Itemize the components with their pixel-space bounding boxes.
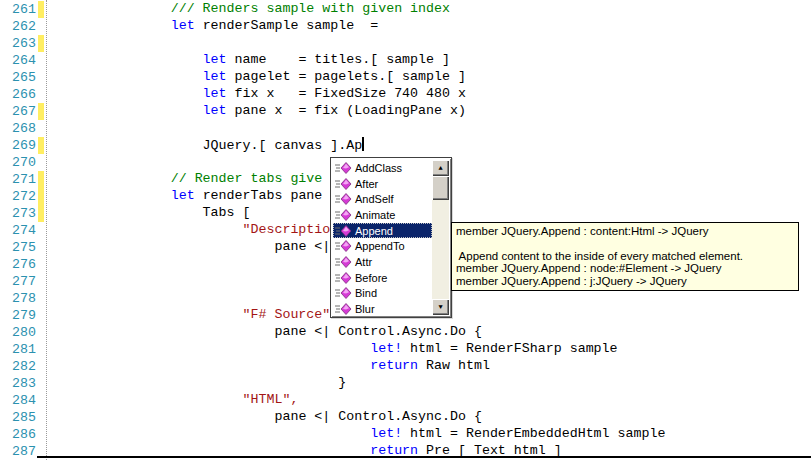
- line-number: 265: [0, 70, 36, 85]
- gutter-row: 286: [0, 426, 46, 443]
- tooltip-line: [456, 237, 794, 249]
- method-gem-icon: [335, 240, 352, 252]
- code-line[interactable]: let! html = RenderFSharp sample: [51, 340, 618, 358]
- item-label: AddClass: [355, 162, 402, 174]
- line-number: 269: [0, 138, 36, 153]
- line-number: 284: [0, 393, 36, 408]
- code-line[interactable]: Tabs [: [51, 204, 251, 222]
- code-line[interactable]: JQuery.[ canvas ].Ap: [51, 136, 364, 154]
- line-number: 271: [0, 172, 36, 187]
- line-number: 262: [0, 19, 36, 34]
- code-editor: 2612622632642652662672682692702712722732…: [0, 0, 811, 460]
- gutter-row: 269: [0, 137, 46, 154]
- code-token: let: [203, 86, 227, 101]
- code-line[interactable]: pane <| Control.Async.Do {: [51, 408, 482, 426]
- line-number: 273: [0, 206, 36, 221]
- line-number: 266: [0, 87, 36, 102]
- method-gem-icon: [335, 178, 352, 190]
- item-label: Attr: [355, 256, 372, 268]
- gutter-row: 282: [0, 358, 46, 375]
- change-tracking-bar: [38, 171, 44, 188]
- code-line[interactable]: // Render tabs give: [51, 170, 322, 188]
- line-number: 283: [0, 376, 36, 391]
- code-token: let: [171, 18, 195, 33]
- code-token: name = titles.[ sample ]: [227, 52, 450, 67]
- code-line[interactable]: let renderTabs pane: [51, 187, 322, 205]
- code-token: /// Renders sample with given index: [171, 1, 450, 16]
- item-label: Blur: [355, 303, 375, 315]
- gutter-row: 265: [0, 69, 46, 86]
- code-line[interactable]: return Raw html: [51, 357, 490, 375]
- code-token: pane <| Control.Async.Do {: [274, 324, 481, 339]
- gutter-row: 274: [0, 222, 46, 239]
- code-line[interactable]: "F# Source": [51, 306, 330, 324]
- line-number: 280: [0, 325, 36, 340]
- change-tracking-bar: [38, 137, 44, 154]
- code-token: let!: [370, 426, 402, 441]
- tooltip-line: member JQuery.Append : content:Html -> J…: [456, 225, 794, 237]
- code-line[interactable]: "Descriptio: [51, 221, 330, 239]
- item-label: Before: [355, 272, 387, 284]
- code-line[interactable]: let! html = RenderEmbeddedHtml sample: [51, 425, 665, 443]
- method-gem-icon: [335, 225, 352, 237]
- code-token: fix x = FixedSize 740 480 x: [227, 86, 466, 101]
- intellisense-item-before[interactable]: Before: [333, 270, 432, 286]
- scroll-up-button[interactable]: ▲: [432, 160, 449, 176]
- intellisense-item-animate[interactable]: Animate: [333, 207, 432, 223]
- code-token: let: [171, 188, 195, 203]
- scroll-down-button[interactable]: ▼: [432, 299, 449, 315]
- code-line[interactable]: let name = titles.[ sample ]: [51, 51, 450, 69]
- code-token: renderSample sample =: [195, 18, 379, 33]
- code-line[interactable]: let renderSample sample =: [51, 17, 378, 35]
- tooltip-line: member JQuery.Append : node:#Element -> …: [456, 262, 794, 274]
- gutter-row: 264: [0, 52, 46, 69]
- window-border: [37, 456, 811, 458]
- code-token: "HTML",: [243, 392, 299, 407]
- line-number: 274: [0, 223, 36, 238]
- intellisense-item-andself[interactable]: AndSelf: [333, 191, 432, 207]
- code-line[interactable]: let pane x = fix (LoadingPane x): [51, 102, 466, 120]
- intellisense-item-addclass[interactable]: AddClass: [333, 160, 432, 176]
- method-gem-icon: [335, 256, 352, 268]
- code-token: html = RenderEmbeddedHtml sample: [402, 426, 665, 441]
- change-tracking-bar: [38, 1, 44, 18]
- intellisense-item-attr[interactable]: Attr: [333, 254, 432, 270]
- intellisense-item-append[interactable]: Append: [333, 223, 432, 239]
- intellisense-tooltip: member JQuery.Append : content:Html -> J…: [451, 222, 799, 291]
- line-number: 276: [0, 257, 36, 272]
- code-token: pane x = fix (LoadingPane x): [227, 103, 466, 118]
- code-line[interactable]: pane <|: [51, 238, 330, 256]
- code-token: let: [203, 52, 227, 67]
- gutter-row: 273: [0, 205, 46, 222]
- line-number: 264: [0, 53, 36, 68]
- code-line[interactable]: }: [51, 374, 346, 392]
- change-tracking-bar: [38, 103, 44, 120]
- intellisense-item-blur[interactable]: Blur: [333, 301, 432, 317]
- code-line[interactable]: /// Renders sample with given index: [51, 0, 450, 18]
- gutter-row: 284: [0, 392, 46, 409]
- code-token: let!: [370, 341, 402, 356]
- code-token: renderTabs pane: [195, 188, 323, 203]
- intellisense-item-after[interactable]: After: [333, 176, 432, 192]
- gutter-row: 261: [0, 1, 46, 18]
- code-line[interactable]: let pagelet = pagelets.[ sample ]: [51, 68, 466, 86]
- scrollbar[interactable]: ▲ ▼: [432, 160, 449, 315]
- code-token: }: [338, 375, 346, 390]
- line-number: 282: [0, 359, 36, 374]
- scrollbar-thumb[interactable]: [432, 176, 449, 200]
- item-label: Bind: [355, 287, 377, 299]
- code-line[interactable]: pane <| Control.Async.Do {: [51, 323, 482, 341]
- line-number: 261: [0, 2, 36, 17]
- line-number-gutter: 2612622632642652662672682692702712722732…: [0, 0, 47, 460]
- intellisense-item-appendto[interactable]: AppendTo: [333, 238, 432, 254]
- gutter-row: 268: [0, 120, 46, 137]
- code-token: html = RenderFSharp sample: [402, 341, 617, 356]
- method-gem-icon: [335, 287, 352, 299]
- line-number: 287: [0, 444, 36, 459]
- method-gem-icon: [335, 303, 352, 315]
- code-token: "F# Source": [243, 307, 331, 322]
- line-number: 278: [0, 291, 36, 306]
- intellisense-item-bind[interactable]: Bind: [333, 286, 432, 302]
- code-line[interactable]: "HTML",: [51, 391, 298, 409]
- code-line[interactable]: let fix x = FixedSize 740 480 x: [51, 85, 466, 103]
